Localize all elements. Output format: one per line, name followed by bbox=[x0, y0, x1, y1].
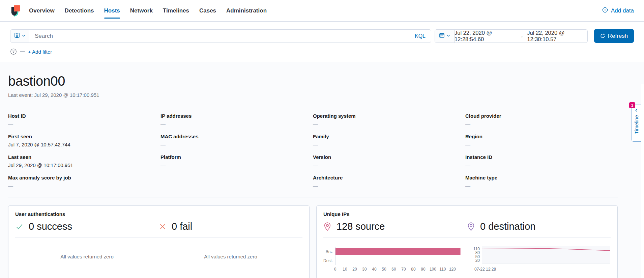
section-divider bbox=[8, 197, 618, 197]
card-title: Unique IPs bbox=[323, 211, 611, 217]
field-version: Version — bbox=[313, 154, 465, 168]
calendar-icon bbox=[439, 32, 445, 39]
chevron-down-icon bbox=[22, 33, 26, 39]
add-data-label: Add data bbox=[611, 7, 634, 14]
quick-date-menu-button[interactable] bbox=[435, 30, 455, 43]
timeline-count-badge: 1 bbox=[629, 102, 635, 108]
query-bar-section: KQL bbox=[0, 22, 644, 62]
svg-text:120: 120 bbox=[449, 267, 456, 272]
primary-nav-tabs: Overview Detections Hosts Network Timeli… bbox=[29, 7, 267, 14]
add-filter-button[interactable]: + Add filter bbox=[28, 49, 52, 55]
date-range-picker: Jul 22, 2020 @ 12:28:54.60 → Jul 22, 202… bbox=[435, 29, 588, 43]
chevron-down-icon bbox=[446, 33, 450, 39]
top-navbar: Overview Detections Hosts Network Timeli… bbox=[0, 0, 644, 22]
svg-text:60: 60 bbox=[391, 267, 396, 272]
field-platform: Platform — bbox=[160, 154, 313, 168]
date-start-button[interactable]: Jul 22, 2020 @ 12:28:54.60 bbox=[455, 30, 515, 43]
timeline-flyout-rail bbox=[641, 84, 644, 278]
security-app-logo-icon[interactable] bbox=[10, 5, 20, 17]
refresh-button[interactable]: Refresh bbox=[594, 29, 634, 43]
svg-text:90: 90 bbox=[421, 267, 426, 272]
save-query-icon bbox=[14, 32, 20, 39]
field-architecture: Architecture — bbox=[313, 174, 465, 189]
auth-success-stat: 0 success bbox=[15, 221, 159, 232]
card-title: User authentications bbox=[15, 211, 302, 217]
tab-hosts[interactable]: Hosts bbox=[104, 7, 120, 14]
filter-divider-dash bbox=[20, 51, 25, 52]
page-title: bastion00 bbox=[8, 74, 618, 89]
timeline-flyout-toggle[interactable]: 1 Timeline bbox=[632, 105, 641, 142]
timeline-tab-label: Timeline bbox=[634, 115, 639, 134]
svg-text:110: 110 bbox=[439, 267, 446, 272]
search-input[interactable] bbox=[29, 30, 409, 43]
svg-text:Src.: Src. bbox=[326, 249, 333, 254]
tab-cases[interactable]: Cases bbox=[199, 7, 216, 14]
auth-fail-stat: 0 fail bbox=[159, 221, 302, 232]
tab-overview[interactable]: Overview bbox=[29, 7, 55, 14]
map-pin-icon bbox=[467, 222, 475, 231]
plus-circle-icon bbox=[602, 7, 608, 15]
field-machine-type: Machine type — bbox=[465, 174, 618, 189]
svg-text:0: 0 bbox=[334, 267, 336, 272]
tab-timelines[interactable]: Timelines bbox=[163, 7, 189, 14]
svg-text:70: 70 bbox=[401, 267, 406, 272]
tab-administration[interactable]: Administration bbox=[226, 7, 267, 14]
empty-values-message: All values returned zero bbox=[204, 252, 257, 259]
search-bar: KQL bbox=[10, 29, 431, 43]
source-ips-stat: 128 source bbox=[323, 221, 467, 232]
refresh-icon bbox=[600, 33, 605, 38]
date-range-arrow: → bbox=[518, 33, 524, 39]
svg-text:30: 30 bbox=[362, 267, 367, 272]
kql-language-button[interactable]: KQL bbox=[409, 30, 431, 43]
check-icon bbox=[15, 222, 24, 231]
field-last-seen: Last seen Jul 29, 2020 @ 10:17:00.951 bbox=[8, 154, 160, 168]
empty-values-message: All values returned zero bbox=[60, 252, 114, 259]
map-pin-icon bbox=[323, 222, 331, 231]
field-instance-id: Instance ID — bbox=[465, 154, 618, 168]
tab-network[interactable]: Network bbox=[130, 7, 153, 14]
field-cloud-provider: Cloud provider — bbox=[465, 113, 618, 127]
x-icon bbox=[159, 223, 167, 230]
field-operating-system: Operating system — bbox=[313, 113, 465, 127]
field-family: Family — bbox=[313, 133, 465, 148]
field-ip-addresses: IP addresses — bbox=[160, 113, 313, 127]
field-host-id: Host ID — bbox=[8, 113, 160, 127]
tab-detections[interactable]: Detections bbox=[65, 7, 94, 14]
unique-ips-card: Unique IPs 128 source bbox=[316, 205, 618, 278]
field-max-anomaly-score: Max anomaly score by job — bbox=[8, 174, 160, 189]
svg-text:40: 40 bbox=[372, 267, 377, 272]
refresh-label: Refresh bbox=[608, 33, 628, 39]
last-event-text: Last event: Jul 29, 2020 @ 10:17:00.951 bbox=[8, 92, 618, 98]
host-details-page: bastion00 Last event: Jul 29, 2020 @ 10:… bbox=[0, 62, 644, 278]
user-authentications-card: User authentications 0 success bbox=[8, 205, 310, 278]
field-first-seen: First seen Jul 7, 2020 @ 10:57:42.744 bbox=[8, 133, 160, 148]
svg-text:50: 50 bbox=[382, 267, 386, 272]
svg-text:100: 100 bbox=[430, 267, 436, 272]
svg-text:07-22 12:28: 07-22 12:28 bbox=[474, 267, 496, 272]
chevron-left-icon bbox=[635, 108, 639, 112]
svg-text:10: 10 bbox=[343, 267, 347, 272]
unique-ips-bar-chart: Src.Dest.0102030405060708090100110120 bbox=[323, 246, 467, 273]
add-data-button[interactable]: Add data bbox=[602, 7, 634, 15]
svg-text:20: 20 bbox=[352, 267, 357, 272]
svg-text:80: 80 bbox=[411, 267, 416, 272]
svg-text:Dest.: Dest. bbox=[323, 258, 333, 263]
field-region: Region — bbox=[465, 133, 618, 148]
saved-query-menu-button[interactable] bbox=[10, 30, 29, 43]
svg-text:20: 20 bbox=[475, 258, 480, 263]
field-mac-addresses: MAC addresses — bbox=[160, 133, 313, 148]
filter-options-button[interactable] bbox=[10, 48, 17, 55]
host-overview-grid: Host ID — First seen Jul 7, 2020 @ 10:57… bbox=[8, 113, 618, 195]
destination-ips-stat: 0 destination bbox=[467, 221, 611, 232]
date-end-button[interactable]: Jul 22, 2020 @ 12:30:10.57 bbox=[527, 30, 587, 43]
unique-ips-line-chart: 11080502007-22 12:28 bbox=[467, 246, 611, 273]
filter-bar: + Add filter bbox=[10, 48, 634, 55]
